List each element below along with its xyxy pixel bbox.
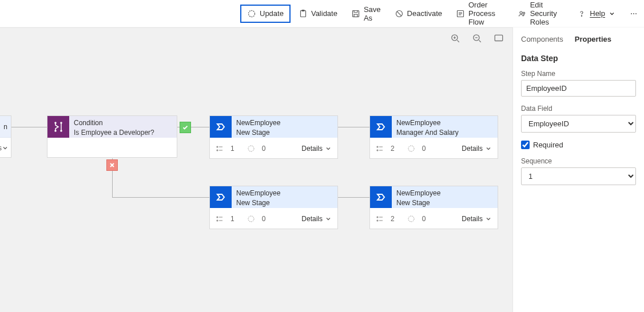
process-icon — [407, 215, 415, 223]
help-button[interactable]: Help — [571, 6, 621, 22]
stage-node[interactable]: NewEmployee New Stage 2 0 Details — [369, 186, 498, 229]
data-field-select[interactable]: EmployeeID — [521, 115, 636, 133]
help-label: Help — [590, 9, 605, 18]
order-icon — [456, 9, 465, 18]
svg-point-25 — [408, 146, 414, 151]
save-as-label: Save As — [364, 5, 381, 22]
chevron-down-icon — [485, 215, 492, 222]
stage-entity: NewEmployee — [396, 118, 493, 128]
stage-icon — [370, 186, 392, 208]
stage-icon — [370, 116, 392, 138]
stage-title: New Stage — [236, 128, 333, 138]
fit-button[interactable] — [493, 33, 504, 44]
steps-count: 2 — [391, 145, 395, 153]
steps-count: 2 — [391, 215, 395, 223]
partial-title: n — [3, 123, 7, 131]
canvas-tools — [450, 33, 504, 44]
sequence-select[interactable]: 1 — [521, 167, 636, 185]
svg-point-7 — [520, 11, 522, 14]
connector — [11, 127, 47, 127]
svg-point-22 — [248, 146, 254, 151]
steps-icon — [376, 145, 384, 153]
svg-point-23 — [377, 146, 378, 147]
steps-count: 1 — [230, 215, 234, 223]
order-process-button[interactable]: Order Process Flow — [450, 0, 510, 30]
chevron-down-icon — [325, 215, 332, 222]
svg-point-31 — [408, 216, 414, 222]
overflow-button[interactable] — [623, 6, 644, 22]
steps-icon — [216, 215, 224, 223]
svg-point-28 — [248, 216, 254, 222]
update-label: Update — [260, 9, 284, 18]
required-checkbox[interactable] — [521, 141, 530, 149]
order-label: Order Process Flow — [468, 1, 504, 26]
stage-entity: NewEmployee — [236, 189, 333, 198]
condition-title: Condition — [74, 118, 172, 128]
required-label: Required — [533, 141, 563, 149]
svg-point-27 — [217, 220, 218, 221]
svg-rect-15 — [495, 35, 503, 41]
svg-point-9 — [582, 15, 582, 16]
process-count: 0 — [262, 215, 266, 223]
step-name-input[interactable] — [521, 80, 636, 97]
security-roles-button[interactable]: Edit Security Roles — [512, 0, 570, 30]
svg-point-16 — [55, 122, 56, 123]
svg-point-17 — [61, 122, 62, 123]
steps-icon — [216, 145, 224, 153]
svg-point-30 — [377, 220, 378, 221]
stage-node[interactable]: NewEmployee Manager And Salary 2 0 Detai… — [369, 115, 498, 159]
zoom-in-button[interactable] — [450, 33, 461, 44]
zoom-out-button[interactable] — [471, 33, 483, 44]
stage-node[interactable]: NewEmployee New Stage 1 0 Details — [209, 186, 338, 229]
flow-canvas[interactable]: n ls Condition Is Employee a Developer? — [0, 27, 512, 312]
update-button[interactable]: Update — [240, 5, 291, 23]
help-icon — [577, 9, 586, 18]
details-toggle[interactable]: Details — [301, 215, 332, 223]
connector — [338, 127, 369, 127]
deactivate-label: Deactivate — [407, 9, 442, 18]
stage-icon — [210, 116, 232, 138]
details-toggle[interactable]: Details — [462, 145, 492, 153]
process-icon — [247, 215, 255, 223]
step-name-label: Step Name — [521, 70, 636, 78]
no-badge — [106, 159, 118, 171]
process-icon — [407, 145, 415, 153]
details-toggle[interactable]: Details — [462, 215, 492, 223]
svg-point-26 — [217, 217, 218, 218]
save-icon — [351, 9, 360, 18]
svg-point-12 — [635, 13, 637, 14]
stage-entity: NewEmployee — [396, 189, 493, 198]
tab-properties[interactable]: Properties — [575, 35, 611, 43]
condition-node[interactable]: Condition Is Employee a Developer? — [47, 115, 177, 158]
stage-title: New Stage — [396, 198, 493, 208]
deactivate-icon — [395, 9, 404, 18]
validate-button[interactable]: Validate — [293, 6, 343, 22]
svg-point-8 — [523, 12, 524, 14]
chevron-down-icon — [325, 145, 332, 152]
connector — [338, 197, 369, 198]
stage-node[interactable]: NewEmployee New Stage 1 0 Details — [209, 115, 338, 159]
tab-components[interactable]: Components — [521, 35, 563, 43]
properties-panel: Components Properties Data Step Step Nam… — [512, 27, 644, 312]
sequence-label: Sequence — [521, 157, 636, 165]
svg-point-19 — [61, 130, 62, 131]
svg-point-18 — [55, 130, 56, 131]
svg-point-24 — [377, 150, 378, 151]
save-as-button[interactable]: Save As — [345, 2, 387, 26]
validate-label: Validate — [311, 9, 337, 18]
details-toggle[interactable]: Details — [301, 145, 332, 153]
people-icon — [518, 9, 527, 18]
condition-icon — [47, 116, 69, 138]
stage-title: Manager And Salary — [396, 128, 493, 138]
process-count: 0 — [422, 215, 426, 223]
chevron-down-icon — [609, 10, 615, 17]
steps-icon — [376, 215, 384, 223]
svg-point-11 — [633, 13, 634, 14]
deactivate-button[interactable]: Deactivate — [389, 6, 448, 22]
panel-heading: Data Step — [521, 54, 636, 63]
stage-node-partial[interactable]: n ls — [0, 115, 11, 158]
svg-rect-3 — [352, 10, 359, 17]
svg-rect-1 — [300, 10, 305, 17]
connector — [112, 197, 209, 198]
command-bar: Update Validate Save As Deactivate Order… — [0, 0, 644, 27]
